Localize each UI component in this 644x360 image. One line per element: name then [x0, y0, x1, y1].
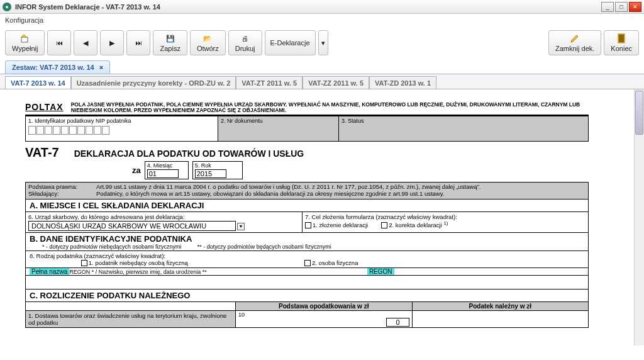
row1-base-input[interactable]: 0 [386, 318, 409, 327]
print-icon: 🖨 [240, 33, 250, 43]
blank-row [26, 276, 588, 290]
first-button[interactable]: ⏮ [47, 30, 71, 55]
month-input[interactable]: 01 [147, 169, 179, 178]
poltax-note: POLA JASNE WYPEŁNIA PODATNIK, POLA CIEMN… [71, 102, 589, 113]
scrollbar[interactable] [634, 89, 644, 346]
minimize-button[interactable]: _ [601, 2, 614, 12]
nip-cell[interactable] [28, 126, 36, 135]
nip-cell[interactable] [94, 126, 101, 135]
exit-button[interactable]: Koniec [604, 30, 639, 55]
scroll-thumb[interactable] [635, 91, 643, 135]
tax-office-select[interactable]: DOLNOŚLĄSKI URZĄD SKARBOWY WE WROCŁAWIU [28, 221, 236, 231]
legal-basis-row: Podstawa prawna:Art.99 ust.1 ustawy z dn… [26, 183, 588, 200]
exit-icon [616, 33, 626, 43]
nip-cell[interactable] [53, 126, 60, 135]
nip-cell[interactable] [45, 126, 52, 135]
tab-vatzz[interactable]: VAT-ZZ 2011 w. 5 [303, 76, 369, 89]
edecl-dropdown[interactable]: ▾ [318, 30, 328, 55]
highlight-pelna-nazwa: Pełna nazwa [30, 268, 69, 275]
name-regon-row: Pełna nazwaREGON * / Nazwisko, pierwsze … [26, 268, 588, 276]
tab-vat7-label: VAT-7 2013 w. 14 [11, 79, 65, 87]
svg-rect-2 [619, 35, 624, 42]
col-tax: Podatek należny w zł [413, 302, 589, 310]
nip-cell[interactable] [77, 126, 85, 135]
opt-submit-label: 1. złożenie deklaracji [313, 222, 368, 228]
tab-ordzu[interactable]: Uzasadnienie przyczyny korekty - ORD-ZU … [71, 76, 236, 89]
field-1-label: 1. Identyfikator podatkowy NIP podatnika [28, 118, 131, 124]
pen-icon [570, 33, 580, 43]
section-c-row-1: 1. Dostawa towarów oraz świadczenie usłu… [26, 311, 588, 327]
nip-cell[interactable] [102, 126, 109, 135]
row1-base-cell: 10 0 [236, 311, 413, 327]
checkbox-non-person[interactable] [81, 260, 87, 266]
row1-tax-cell [413, 311, 589, 327]
opt-correction-note: 1) [443, 220, 448, 226]
nip-cell[interactable] [86, 126, 93, 135]
field-1: 1. Identyfikator podatkowy NIP podatnika [26, 116, 218, 141]
field-4: 4. Miesiąc 01 [145, 161, 189, 179]
toolbar: Wypełnij ⏮ ◀ ▶ ⏭ 💾 Zapisz 📂 Otwórz 🖨 Dru… [0, 26, 644, 59]
opt-correction-label: 2. korekta deklaracji [389, 222, 441, 228]
edecl-label: E-Deklaracje [270, 39, 310, 47]
nip-cell[interactable] [36, 126, 44, 135]
checkbox-submit[interactable] [305, 222, 311, 228]
form-area: POLTAX POLA JASNE WYPEŁNIA PODATNIK, POL… [0, 89, 644, 346]
submitter-text: Podatnicy, o których mowa w art.15 ustaw… [96, 191, 444, 198]
last-icon: ⏭ [133, 38, 143, 48]
row1-label: 1. Dostawa towarów oraz świadczenie usłu… [26, 311, 236, 327]
section-b-note2: ** - dotyczy podmiotów będących osobami … [197, 244, 331, 250]
section-c-title: C. ROZLICZENIE PODATKU NALEŻNEGO [26, 290, 588, 302]
section-c-header: Podstawa opodatkowania w zł Podatek nale… [26, 302, 588, 311]
close-decl-label: Zamknij dek. [555, 45, 594, 52]
print-label: Drukuj [235, 45, 255, 52]
app-icon: ● [3, 3, 11, 11]
edecl-button[interactable]: E-Deklaracje [265, 30, 316, 55]
tab-ordzu-label: Uzasadnienie przyczyny korekty - ORD-ZU … [77, 79, 231, 87]
open-icon: 📂 [203, 33, 213, 43]
dropdown-icon[interactable]: ▾ [237, 223, 245, 230]
opt-non-person-label: 1. podatnik niebędący osobą fizyczną [89, 259, 188, 266]
form-title: DEKLARACJA DLA PODATKU OD TOWARÓW I USŁU… [74, 149, 304, 159]
file-tab-close-icon[interactable]: × [99, 64, 103, 71]
field-7-label: 7. Cel złożenia formularza (zaznaczyć wł… [305, 213, 457, 220]
fill-button[interactable]: Wypełnij [5, 30, 45, 55]
field-3: 3. Status [339, 116, 588, 141]
tab-vatzd[interactable]: VAT-ZD 2013 w. 1 [369, 76, 436, 89]
nip-cell[interactable] [61, 126, 69, 135]
close-button[interactable]: ✕ [629, 2, 641, 12]
maximize-button[interactable]: □ [615, 2, 628, 12]
checkbox-person[interactable] [304, 260, 311, 266]
menu-config[interactable]: Konfiguracja [5, 16, 43, 24]
first-icon: ⏮ [54, 38, 64, 48]
checkbox-correction[interactable] [381, 222, 387, 228]
tab-vat7[interactable]: VAT-7 2013 w. 14 [5, 76, 71, 89]
titlebar: ● INFOR System Deklaracje - VAT-7 2013 w… [0, 0, 644, 14]
sub-tab-row: VAT-7 2013 w. 14 Uzasadnienie przyczyny … [0, 74, 644, 89]
file-tab-label: Zestaw: VAT-7 2013 w. 14 [12, 64, 94, 71]
save-button[interactable]: 💾 Zapisz [153, 30, 187, 55]
prev-button[interactable]: ◀ [74, 30, 97, 55]
fill-label: Wypełnij [12, 45, 38, 52]
za-label: za [132, 166, 141, 175]
opt-person-label: 2. osoba fizyczna [312, 259, 358, 266]
last-button[interactable]: ⏭ [126, 30, 150, 55]
field-2: 2. Nr dokumentu [218, 116, 339, 141]
print-button[interactable]: 🖨 Drukuj [228, 30, 262, 55]
field-8-label: 8. Rodzaj podatnika (zaznaczyć właściwy … [30, 252, 165, 259]
regon-row-label: REGON * / Nazwisko, pierwsze imię, data … [69, 269, 207, 275]
next-button[interactable]: ▶ [100, 30, 124, 55]
next-icon: ▶ [107, 38, 117, 48]
poltax-label: POLTAX [25, 102, 64, 112]
file-tab[interactable]: Zestaw: VAT-7 2013 w. 14 × [5, 60, 110, 74]
exit-label: Koniec [611, 45, 632, 52]
field-3-label: 3. Status [341, 118, 364, 124]
nip-cell[interactable] [69, 126, 77, 135]
svg-rect-0 [21, 37, 28, 42]
field-8: 8. Rodzaj podatnika (zaznaczyć właściwy … [26, 251, 588, 268]
year-input[interactable]: 2015 [195, 169, 226, 178]
field-5-label: 5. Rok [195, 162, 211, 169]
close-decl-button[interactable]: Zamknij dek. [548, 30, 601, 55]
tab-vatzd-label: VAT-ZD 2013 w. 1 [375, 79, 431, 87]
open-button[interactable]: 📂 Otwórz [190, 30, 226, 55]
tab-vatzt[interactable]: VAT-ZT 2011 w. 5 [236, 76, 303, 89]
